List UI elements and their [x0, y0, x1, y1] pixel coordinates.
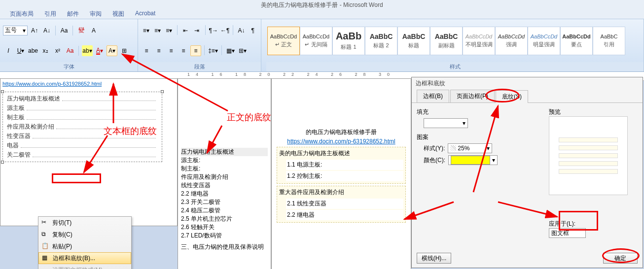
grow-font-button[interactable]: A↑ — [29, 25, 40, 36]
tab-acrobat[interactable]: Acrobat — [130, 9, 160, 19]
style-heading2[interactable]: AaBbC标题 2 — [365, 27, 397, 55]
shrink-font-button[interactable]: A↓ — [41, 25, 52, 36]
highlight-button[interactable]: ab▾ — [82, 45, 93, 56]
strike-button[interactable]: abe — [28, 45, 38, 56]
change-case-button[interactable]: Aa — [65, 45, 75, 56]
enclose-button[interactable]: A — [88, 25, 99, 36]
frame-box-1[interactable]: 美的电压力锅电路主板概述 1.1 电源主板: 1.2 控制主板: — [277, 147, 406, 184]
toc-item[interactable]: 源主板: — [181, 156, 268, 165]
frame-box-2[interactable]: 重大器件应用及检测介绍 2.1 线性变压器 2.2 继电器 — [277, 186, 406, 223]
color-dropdown[interactable]: ▾ — [448, 155, 498, 165]
increase-indent-button[interactable]: ⇥ — [192, 25, 202, 36]
toc-item[interactable]: 压力锅电路主板概述 — [5, 94, 160, 103]
clear-format-button[interactable]: Aa — [59, 25, 70, 36]
tab-mailings[interactable]: 邮件 — [62, 9, 84, 19]
tab-references[interactable]: 引用 — [39, 9, 61, 19]
clipboard-icon: 📋 — [41, 242, 49, 250]
hline-button[interactable]: 横线(H)... — [417, 253, 451, 264]
font-group-label: 字体 — [0, 62, 138, 71]
frame-item: 1.2 控制主板: — [286, 171, 403, 181]
shading-button[interactable]: A▾ — [107, 45, 117, 56]
annotation-box-apply — [559, 211, 598, 231]
tab-pagelayout[interactable]: 页面布局 — [5, 9, 38, 19]
toc-item[interactable]: 关二极管 — [5, 150, 160, 160]
bullets-button[interactable]: ≡▾ — [141, 25, 151, 36]
toc-item[interactable]: 电器 — [5, 141, 160, 150]
style-emphasis[interactable]: AaBbCcDd强调 — [495, 27, 528, 55]
style-dropdown[interactable]: 25%▾ — [448, 143, 492, 153]
style-quote[interactable]: AaBbC引用 — [593, 27, 625, 55]
toc-item[interactable]: 线性变压器 — [181, 181, 268, 190]
toc-item[interactable]: 件应用及检测介绍 — [181, 173, 268, 181]
subscript-button[interactable]: x₂ — [40, 45, 51, 56]
italic-button[interactable]: I — [3, 45, 14, 56]
fill-dropdown[interactable]: ▾ — [424, 118, 468, 128]
ctx-copy[interactable]: ⧉复制(C) — [38, 229, 131, 240]
context-menu: ✂剪切(T) ⧉复制(C) 📋粘贴(P) ▦边框和底纹(B)... 设置图文框格… — [38, 216, 132, 269]
toc-item[interactable]: 制主板 — [5, 113, 160, 122]
border-button[interactable]: ⊞ — [119, 45, 130, 56]
frame-title: 重大器件应用及检测介绍 — [279, 188, 403, 197]
frame-item: 1.1 电源主板: — [286, 160, 403, 170]
dlg-tab-border[interactable]: 边框(B) — [417, 90, 449, 102]
style-normal[interactable]: AaBbCcDd↵ 正文 — [267, 27, 300, 55]
toc-item[interactable]: 2.4 稳压二极管 — [181, 206, 268, 215]
distribute-button[interactable]: ≡ — [190, 45, 201, 56]
para-shading-button[interactable]: ▦▾ — [225, 45, 236, 56]
toc-item[interactable]: 2.2 继电器 — [181, 190, 268, 198]
scissors-icon: ✂ — [41, 219, 49, 227]
phonetic-button[interactable]: 變 — [76, 25, 87, 36]
toc-item[interactable]: 2.3 开关二极管 — [181, 198, 268, 206]
justify-button[interactable]: ≡ — [178, 45, 189, 56]
annotation-body-shading: 正文的底纹 — [227, 111, 271, 123]
para-group-label: 段落 — [138, 62, 261, 71]
style-subtle-emphasis[interactable]: AaBbCcDd不明显强调 — [463, 27, 495, 55]
border-icon: ▦ — [42, 254, 50, 262]
font-color-button[interactable]: A▾ — [94, 45, 105, 56]
source-link[interactable]: https://www.docin.com/p-631928652.html — [287, 138, 395, 145]
fill-label: 填充 — [417, 108, 544, 116]
align-center-button[interactable]: ≡ — [153, 45, 164, 56]
toc-item[interactable]: 2.7 LED/数码管 — [181, 232, 268, 240]
ctx-paste[interactable]: 📋粘贴(P) — [38, 240, 131, 252]
copy-icon: ⧉ — [41, 231, 49, 238]
rtl-button[interactable]: ←¶ — [220, 25, 230, 36]
toc-item[interactable]: 2.6 轻触开关 — [181, 223, 268, 232]
style-intense-emphasis[interactable]: AaBbCcDd明显强调 — [528, 27, 560, 55]
style-subtitle[interactable]: AaBbC副标题 — [430, 27, 463, 55]
font-size-select[interactable]: 五号▾ — [3, 26, 28, 35]
style-strong[interactable]: AaBbCcDd要点 — [560, 27, 593, 55]
show-marks-button[interactable]: ¶ — [248, 25, 258, 36]
underline-button[interactable]: U▾ — [15, 45, 26, 56]
toc-item[interactable]: 源主板 — [5, 103, 160, 113]
align-right-button[interactable]: ≡ — [166, 45, 177, 56]
ltr-button[interactable]: ¶→ — [208, 25, 218, 36]
align-left-button[interactable]: ≡ — [141, 45, 152, 56]
toc-item[interactable]: 2.5 单片机主控芯片 — [181, 215, 268, 223]
styles-gallery[interactable]: AaBbCcDd↵ 正文 AaBbCcDd↵ 无间隔 AaBb标题 1 AaBb… — [267, 27, 625, 55]
decrease-indent-button[interactable]: ⇤ — [180, 25, 190, 36]
style-label: 样式(Y): — [424, 144, 445, 153]
tab-review[interactable]: 审阅 — [85, 9, 107, 19]
sort-button[interactable]: A↓ — [236, 25, 246, 36]
ctx-border-shading[interactable]: ▦边框和底纹(B)... — [38, 252, 131, 264]
frame-item: 2.1 线性变压器 — [286, 199, 403, 209]
style-title[interactable]: AaBbC标题 — [397, 27, 430, 55]
tab-view[interactable]: 视图 — [107, 9, 129, 19]
para-border-button[interactable]: ⊞▾ — [237, 45, 248, 56]
ctx-cut[interactable]: ✂剪切(T) — [38, 217, 131, 229]
annotation-circle-ok — [602, 248, 640, 263]
preview-box — [549, 116, 628, 195]
annotation-textbox-shading: 文本框的底纹 — [104, 125, 157, 137]
toc-item[interactable]: 制主板: — [181, 165, 268, 173]
line-spacing-button[interactable]: ‡≡▾ — [208, 45, 218, 56]
numbering-button[interactable]: ≡▾ — [152, 25, 162, 36]
style-nospacing[interactable]: AaBbCcDd↵ 无间隔 — [300, 27, 332, 55]
ctx-format-frame[interactable]: 设置图文框格式(M)... — [38, 264, 131, 269]
toc-item[interactable]: 压力锅电路主板概述 — [181, 148, 268, 156]
style-heading1[interactable]: AaBb标题 1 — [332, 27, 365, 55]
superscript-button[interactable]: x² — [52, 45, 63, 56]
multilevel-button[interactable]: ≡▾ — [164, 25, 174, 36]
annotation-box-border-menu — [52, 173, 101, 183]
window-title: 美的电压力锅电路板维修手册 - Microsoft Word — [0, 0, 644, 9]
